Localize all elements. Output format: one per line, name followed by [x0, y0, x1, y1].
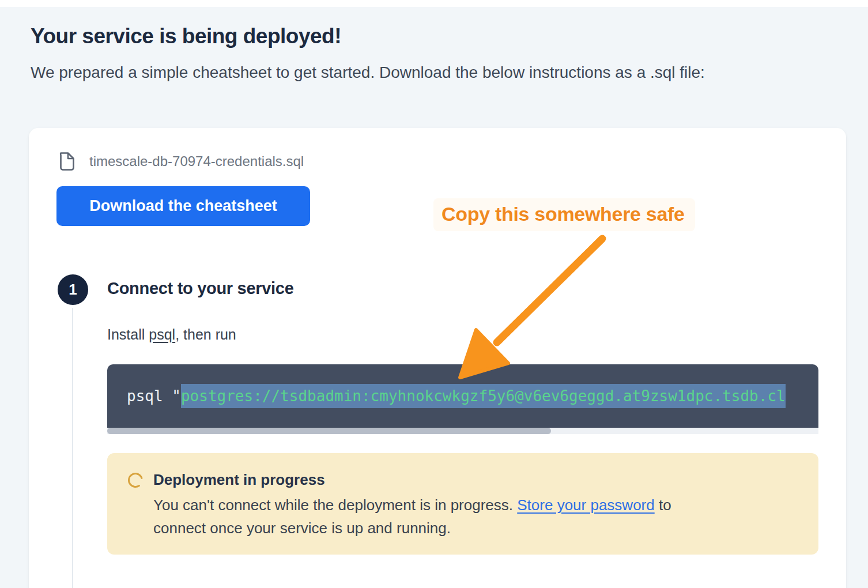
- store-password-link[interactable]: Store your password: [517, 496, 654, 514]
- notice-text-line2: connect once your service is up and runn…: [153, 519, 451, 537]
- psql-code-block[interactable]: psql "postgres://tsdbadmin:cmyhnokcwkgzf…: [107, 364, 818, 428]
- step-1-heading: Connect to your service: [107, 279, 293, 298]
- step-1-badge: 1: [58, 274, 88, 305]
- install-instruction: Install psql, then run: [107, 326, 236, 343]
- code-prefix: psql ": [127, 387, 181, 405]
- deployment-notice-body: You can't connect while the deployment i…: [153, 493, 671, 540]
- spinner-icon: [127, 472, 144, 489]
- deployment-notice: Deployment in progress You can't connect…: [107, 453, 818, 555]
- file-icon: [59, 152, 74, 171]
- deployment-notice-title: Deployment in progress: [153, 471, 325, 489]
- credentials-file-name: timescale-db-70974-credentials.sql: [89, 153, 304, 169]
- page-title: Your service is being deployed!: [31, 24, 341, 48]
- page-subtitle: We prepared a simple cheatsheet to get s…: [31, 63, 705, 82]
- install-text-before: Install: [107, 326, 149, 342]
- copy-safe-annotation: Copy this somewhere safe: [433, 198, 695, 231]
- notice-text-after-link: to: [655, 496, 671, 514]
- notice-text-before-link: You can't connect while the deployment i…: [153, 496, 517, 514]
- code-scrollbar-thumb[interactable]: [107, 428, 551, 434]
- code-scrollbar-track[interactable]: [107, 428, 818, 434]
- annotation-arrow-icon: [444, 229, 617, 386]
- step-connector-line: [72, 308, 73, 588]
- psql-link[interactable]: psql: [149, 326, 175, 342]
- cheatsheet-card: timescale-db-70974-credentials.sql Downl…: [29, 128, 846, 588]
- download-cheatsheet-button[interactable]: Download the cheatsheet: [56, 186, 310, 226]
- top-strip: [0, 0, 868, 7]
- install-text-after: , then run: [175, 326, 236, 342]
- file-row: timescale-db-70974-credentials.sql: [59, 152, 304, 171]
- connection-string-selected[interactable]: postgres://tsdbadmin:cmyhnokcwkgzf5y6@v6…: [181, 384, 786, 408]
